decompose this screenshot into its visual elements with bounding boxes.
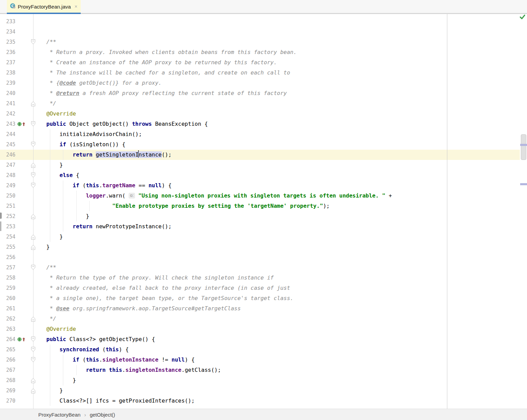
code-line[interactable]: 247 } xyxy=(0,160,520,170)
code-line[interactable]: 261 * @see org.springframework.aop.Targe… xyxy=(0,303,520,314)
gutter-cell[interactable]: 238 xyxy=(0,68,33,78)
gutter-cell[interactable]: 261 xyxy=(0,303,33,314)
line-number[interactable]: 252 xyxy=(6,211,15,221)
gutter-cell[interactable]: 269 xyxy=(0,385,33,396)
line-number[interactable]: 242 xyxy=(6,109,15,119)
code-line[interactable]: 246 return getSingletonInstance(); xyxy=(0,150,520,160)
fold-end-icon[interactable] xyxy=(31,100,36,108)
line-number[interactable]: 258 xyxy=(6,273,15,283)
gutter-cell[interactable]: 240 xyxy=(0,88,33,98)
line-number[interactable]: 236 xyxy=(6,47,15,57)
code-line[interactable]: 267 return this.singletonInstance.getCla… xyxy=(0,365,520,375)
gutter-cell[interactable]: 244 xyxy=(0,129,33,139)
editor-tab[interactable]: C ProxyFactoryBean.java × xyxy=(7,0,81,14)
gutter-cell[interactable]: 262 xyxy=(0,314,33,324)
line-number[interactable]: 257 xyxy=(6,262,15,273)
gutter-cell[interactable]: 258 xyxy=(0,273,33,283)
line-number[interactable]: 250 xyxy=(6,191,15,201)
code-line[interactable]: 262 */ xyxy=(0,314,520,324)
gutter-cell[interactable]: 246 xyxy=(0,150,33,160)
code-line[interactable]: 259 * already created, else fall back to… xyxy=(0,283,520,293)
gutter-cell[interactable]: 251 xyxy=(0,201,33,211)
code-line[interactable]: 234 xyxy=(0,27,520,37)
code-line[interactable]: 269 } xyxy=(0,385,520,396)
line-number[interactable]: 260 xyxy=(6,293,15,303)
code-line[interactable]: 260 * a single one), the target bean typ… xyxy=(0,293,520,303)
code-line[interactable]: 233 xyxy=(0,16,520,27)
gutter-cell[interactable]: 235 xyxy=(0,37,33,47)
code-line[interactable]: 265 synchronized (this) { xyxy=(0,344,520,355)
gutter-cell[interactable]: 259 xyxy=(0,283,33,293)
breadcrumb-item-method[interactable]: getObject() xyxy=(90,412,115,418)
fold-end-icon[interactable] xyxy=(31,388,36,395)
gutter-cell[interactable]: 233 xyxy=(0,16,33,27)
gutter-cell[interactable]: 242 xyxy=(0,109,33,119)
fold-start-icon[interactable] xyxy=(31,182,36,190)
fold-end-icon[interactable] xyxy=(31,244,36,252)
code-line[interactable]: 235 /** xyxy=(0,37,520,47)
gutter-cell[interactable]: 247 xyxy=(0,160,33,170)
code-line[interactable]: 251 "Enable prototype proxies by setting… xyxy=(0,201,520,211)
override-method-icon[interactable] xyxy=(17,121,26,128)
code-line[interactable]: 239 * {@code getObject()} for a proxy. xyxy=(0,78,520,88)
line-number[interactable]: 265 xyxy=(6,344,15,355)
gutter-cell[interactable]: 252 xyxy=(0,211,33,221)
gutter-cell[interactable]: 236 xyxy=(0,47,33,57)
fold-start-icon[interactable] xyxy=(31,336,36,344)
fold-start-icon[interactable] xyxy=(31,141,36,149)
code-line[interactable]: 241 */ xyxy=(0,98,520,109)
code-line[interactable]: 249 if (this.targetName == null) { xyxy=(0,180,520,191)
fold-end-icon[interactable] xyxy=(31,162,36,170)
line-number[interactable]: 261 xyxy=(6,303,15,314)
fold-end-icon[interactable] xyxy=(31,377,36,385)
line-number[interactable]: 233 xyxy=(6,16,15,27)
line-number[interactable]: 246 xyxy=(6,150,15,160)
code-line[interactable]: 257 /** xyxy=(0,262,520,273)
line-number[interactable]: 255 xyxy=(6,242,15,252)
code-line[interactable]: 240 * @return a fresh AOP proxy reflecti… xyxy=(0,88,520,98)
code-line[interactable]: 250 logger.warn( o: "Using non-singleton… xyxy=(0,191,520,201)
gutter-cell[interactable]: 248 xyxy=(0,170,33,180)
line-number[interactable]: 259 xyxy=(6,283,15,293)
code-line[interactable]: 245 if (isSingleton()) { xyxy=(0,139,520,150)
gutter-cell[interactable]: 266 xyxy=(0,355,33,365)
fold-start-icon[interactable] xyxy=(31,357,36,364)
scrollbar-thumb[interactable] xyxy=(521,134,526,160)
gutter-cell[interactable]: 268 xyxy=(0,375,33,385)
code-line[interactable]: 263 @Override xyxy=(0,324,520,334)
gutter-cell[interactable]: 239 xyxy=(0,78,33,88)
code-line[interactable]: 237 * Create an instance of the AOP prox… xyxy=(0,57,520,68)
gutter-cell[interactable]: 245 xyxy=(0,139,33,150)
line-number[interactable]: 235 xyxy=(6,37,15,47)
code-line[interactable]: 266 if (this.singletonInstance != null) … xyxy=(0,355,520,365)
line-number[interactable]: 234 xyxy=(6,27,15,37)
fold-start-icon[interactable] xyxy=(31,39,36,46)
code-line[interactable]: 242 @Override xyxy=(0,109,520,119)
line-number[interactable]: 262 xyxy=(6,314,15,324)
gutter-cell[interactable]: 256 xyxy=(0,252,33,262)
code-line[interactable]: 253 return newPrototypeInstance(); xyxy=(0,221,520,232)
line-number[interactable]: 268 xyxy=(6,375,15,385)
breadcrumb-item-class[interactable]: ProxyFactoryBean xyxy=(38,412,80,418)
code-line[interactable]: 255 } xyxy=(0,242,520,252)
line-number[interactable]: 249 xyxy=(6,180,15,191)
line-number[interactable]: 256 xyxy=(6,252,15,262)
code-line[interactable]: 254 } xyxy=(0,232,520,242)
highlighted-identifier[interactable]: nstance xyxy=(139,151,161,158)
gutter-cell[interactable]: 237 xyxy=(0,57,33,68)
line-number[interactable]: 267 xyxy=(6,365,15,375)
line-number[interactable]: 248 xyxy=(6,170,15,180)
line-number[interactable]: 264 xyxy=(6,334,15,344)
gutter-cell[interactable]: 253 xyxy=(0,221,33,232)
gutter-cell[interactable]: 267 xyxy=(0,365,33,375)
gutter-cell[interactable]: 243 xyxy=(0,119,33,129)
gutter-cell[interactable]: 260 xyxy=(0,293,33,303)
code-line[interactable]: 244 initializeAdvisorChain(); xyxy=(0,129,520,139)
line-number[interactable]: 243 xyxy=(6,119,15,129)
inspections-status-icon[interactable] xyxy=(519,14,526,21)
code-line[interactable]: 256 xyxy=(0,252,520,262)
line-number[interactable]: 251 xyxy=(6,201,15,211)
fold-start-icon[interactable] xyxy=(31,347,36,354)
line-number[interactable]: 270 xyxy=(6,396,15,406)
gutter-cell[interactable]: 250 xyxy=(0,191,33,201)
